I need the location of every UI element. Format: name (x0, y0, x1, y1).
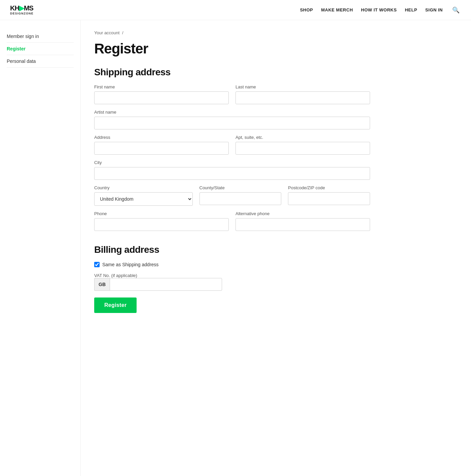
vat-input-row: GB (94, 278, 222, 291)
vat-input[interactable] (110, 278, 222, 291)
country-label: Country (94, 185, 193, 190)
logo-dz: DESIGNZONE (10, 12, 34, 15)
page-title: Register (94, 41, 370, 57)
same-as-shipping-row: Same as Shipping address (94, 262, 370, 267)
nav-how-it-works[interactable]: HOW IT WORKS (361, 7, 397, 12)
search-icon-button[interactable]: 🔍 (451, 5, 461, 15)
logo[interactable]: KH▶MS DESIGNZONE (10, 5, 34, 15)
city-label: City (94, 160, 370, 165)
breadcrumb-parent[interactable]: Your account (94, 30, 119, 35)
sidebar-item-personal-data[interactable]: Personal data (7, 55, 74, 68)
city-group: City (94, 160, 370, 180)
first-name-label: First name (94, 84, 229, 89)
billing-address-section: Billing address Same as Shipping address… (94, 244, 370, 313)
address-group: Address (94, 135, 229, 155)
city-row: City (94, 160, 370, 180)
alt-phone-input[interactable] (236, 218, 370, 231)
logo-kh: KH (10, 4, 19, 12)
country-group: Country United Kingdom United States Ger… (94, 185, 193, 206)
first-name-input[interactable] (94, 91, 229, 104)
vat-prefix: GB (94, 278, 110, 291)
shipping-address-title: Shipping address (94, 67, 370, 78)
billing-address-title: Billing address (94, 244, 370, 255)
country-select[interactable]: United Kingdom United States Germany Fra… (94, 192, 193, 206)
phone-group: Phone (94, 211, 229, 231)
county-label: County/State (200, 185, 282, 190)
name-row: First name Last name (94, 84, 370, 104)
country-row: Country United Kingdom United States Ger… (94, 185, 370, 206)
same-as-shipping-label[interactable]: Same as Shipping address (102, 262, 158, 267)
page-layout: Member sign in Register Personal data Yo… (0, 20, 471, 476)
breadcrumb: Your account / (94, 30, 370, 35)
register-button[interactable]: Register (94, 298, 137, 313)
city-input[interactable] (94, 167, 370, 180)
artist-name-label: Artist name (94, 110, 370, 115)
main-nav: SHOP MAKE MERCH HOW IT WORKS HELP SIGN I… (300, 5, 461, 15)
alt-phone-label: Alternative phone (236, 211, 370, 216)
apt-label: Apt, suite, etc. (236, 135, 370, 140)
postcode-label: Postcode/ZIP code (288, 185, 370, 190)
address-row: Address Apt, suite, etc. (94, 135, 370, 155)
site-header: KH▶MS DESIGNZONE SHOP MAKE MERCH HOW IT … (0, 0, 471, 20)
sidebar-item-register[interactable]: Register (7, 43, 74, 55)
nav-help[interactable]: HELP (405, 7, 417, 12)
logo-arrow: ▶ (19, 4, 24, 12)
phone-input[interactable] (94, 218, 229, 231)
apt-input[interactable] (236, 142, 370, 155)
first-name-group: First name (94, 84, 229, 104)
nav-sign-in[interactable]: SIGN IN (425, 7, 443, 12)
apt-group: Apt, suite, etc. (236, 135, 370, 155)
alt-phone-group: Alternative phone (236, 211, 370, 231)
artist-name-input[interactable] (94, 117, 370, 129)
breadcrumb-separator: / (122, 30, 123, 35)
county-input[interactable] (200, 192, 282, 205)
address-label: Address (94, 135, 229, 140)
county-group: County/State (200, 185, 282, 206)
main-content: Your account / Register Shipping address… (81, 20, 384, 476)
vat-label: VAT No. (if applicable) (94, 273, 137, 278)
last-name-input[interactable] (236, 91, 370, 104)
last-name-group: Last name (236, 84, 370, 104)
phone-label: Phone (94, 211, 229, 216)
nav-shop[interactable]: SHOP (300, 7, 313, 12)
postcode-input[interactable] (288, 192, 370, 205)
shipping-address-section: Shipping address First name Last name Ar… (94, 67, 370, 231)
phone-row: Phone Alternative phone (94, 211, 370, 231)
sidebar: Member sign in Register Personal data (0, 20, 81, 476)
artist-name-row: Artist name (94, 110, 370, 129)
vat-group: VAT No. (if applicable) GB (94, 273, 370, 291)
logo-ms: MS (24, 4, 33, 12)
postcode-group: Postcode/ZIP code (288, 185, 370, 206)
sidebar-item-member-sign-in[interactable]: Member sign in (7, 30, 74, 43)
nav-make-merch[interactable]: MAKE MERCH (321, 7, 353, 12)
last-name-label: Last name (236, 84, 370, 89)
same-as-shipping-checkbox[interactable] (94, 262, 100, 267)
artist-name-group: Artist name (94, 110, 370, 129)
address-input[interactable] (94, 142, 229, 155)
